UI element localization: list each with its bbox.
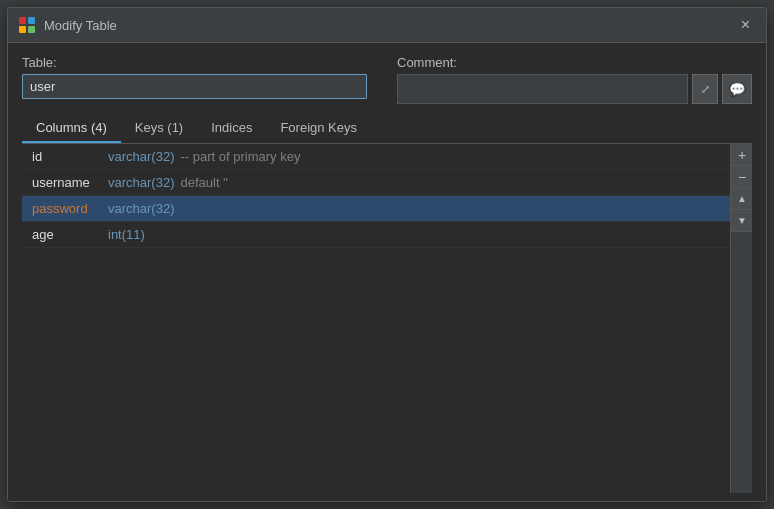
side-buttons: + − ▲ ▼ [730,144,752,493]
app-icon [18,16,36,34]
remove-column-button[interactable]: − [731,166,752,188]
comment-field-group: Comment: ⤢ 💬 [397,55,752,104]
modify-table-dialog: Modify Table × Table: Comment: ⤢ 💬 [7,7,767,502]
add-column-button[interactable]: + [731,144,752,166]
form-row: Table: Comment: ⤢ 💬 [22,55,752,104]
comment-label: Comment: [397,55,752,70]
expand-icon: ⤢ [701,83,710,96]
col-name: password [32,201,102,216]
svg-rect-1 [28,17,35,24]
move-up-button[interactable]: ▲ [731,188,752,210]
comment-expand-button[interactable]: ⤢ [692,74,718,104]
col-name: id [32,149,102,164]
tab-keys[interactable]: Keys (1) [121,114,197,143]
table-area: id varchar(32) -- part of primary key us… [22,144,752,493]
comment-icon-button[interactable]: 💬 [722,74,752,104]
tab-columns[interactable]: Columns (4) [22,114,121,143]
tab-foreign-keys[interactable]: Foreign Keys [266,114,371,143]
col-type: varchar(32) [108,201,174,216]
col-type: varchar(32) [108,149,174,164]
comment-input[interactable] [397,74,688,104]
columns-list[interactable]: id varchar(32) -- part of primary key us… [22,144,730,493]
table-input[interactable] [22,74,367,99]
svg-rect-0 [19,17,26,24]
tabs: Columns (4) Keys (1) Indices Foreign Key… [22,114,752,144]
table-field-group: Table: [22,55,377,99]
move-down-button[interactable]: ▼ [731,210,752,232]
col-meta: -- part of primary key [180,149,300,164]
col-name: username [32,175,102,190]
table-row[interactable]: age int(11) [22,222,730,248]
close-button[interactable]: × [735,14,756,36]
col-type: int(11) [108,227,145,242]
col-meta: default '' [180,175,228,190]
svg-rect-3 [28,26,35,33]
title-bar: Modify Table × [8,8,766,43]
dialog-body: Table: Comment: ⤢ 💬 Columns (4) [8,43,766,501]
table-row[interactable]: id varchar(32) -- part of primary key [22,144,730,170]
spacer [731,232,752,493]
table-row[interactable]: password varchar(32) [22,196,730,222]
table-row[interactable]: username varchar(32) default '' [22,170,730,196]
comment-bubble-icon: 💬 [729,82,746,97]
col-name: age [32,227,102,242]
table-label: Table: [22,55,377,70]
tab-indices[interactable]: Indices [197,114,266,143]
col-type: varchar(32) [108,175,174,190]
svg-rect-2 [19,26,26,33]
dialog-title: Modify Table [44,18,735,33]
comment-row: ⤢ 💬 [397,74,752,104]
